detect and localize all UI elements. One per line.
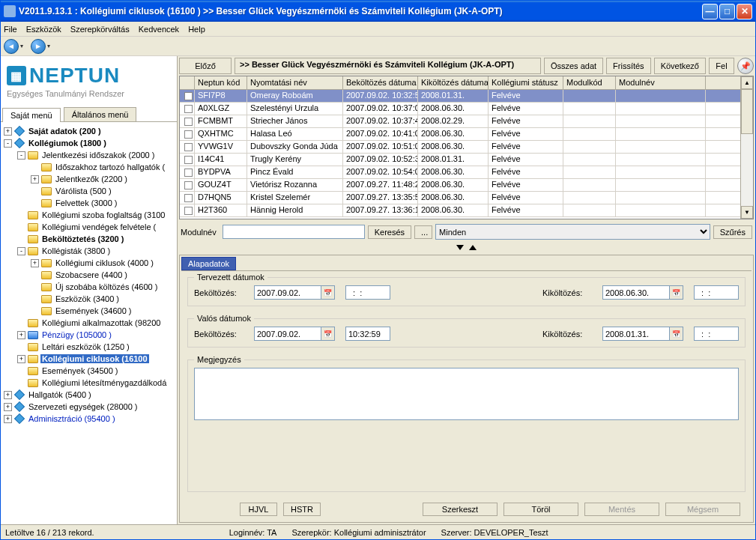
- col-movein[interactable]: Beköltözés dátuma: [343, 76, 418, 89]
- next-button[interactable]: Következő: [654, 58, 706, 74]
- tree-item-letesit[interactable]: Kollégiumi létesítménygazdálkodá: [1, 377, 177, 389]
- table-row[interactable]: FCMBMTStriecher János2007.09.02. 10:37:4…: [180, 115, 740, 128]
- row-checkbox[interactable]: [184, 143, 193, 151]
- calendar-icon[interactable]: 📅: [670, 327, 683, 341]
- row-checkbox[interactable]: [184, 156, 193, 164]
- table-row[interactable]: A0XLGZSzelestényi Urzula2007.09.02. 10:3…: [180, 103, 740, 115]
- hstr-button[interactable]: HSTR: [283, 503, 321, 516]
- tree-toggle-icon[interactable]: -: [4, 139, 12, 148]
- planned-out-time[interactable]: [694, 285, 739, 300]
- menu-favorites[interactable]: Kedvencek: [139, 25, 179, 34]
- maximize-button[interactable]: □: [719, 4, 735, 19]
- row-checkbox[interactable]: [184, 105, 193, 113]
- tree-item-hallgatok[interactable]: +Hallgatók (5400 ): [1, 389, 177, 401]
- tree-item-penzugy[interactable]: +Pénzügy (105000 ): [1, 329, 177, 341]
- planned-out-date[interactable]: [602, 285, 670, 300]
- tree-item-alkalm[interactable]: Kollégiumi alkalmazottak (98200: [1, 317, 177, 329]
- scroll-thumb[interactable]: [741, 89, 753, 134]
- tab-own-menu[interactable]: Saját menü: [2, 108, 61, 122]
- real-out-date[interactable]: [602, 327, 670, 341]
- col-modname[interactable]: Modulnév: [616, 76, 706, 89]
- row-checkbox[interactable]: [184, 207, 193, 215]
- search-input[interactable]: [223, 225, 365, 239]
- tree-item-eszk[interactable]: Eszközök (3400 ): [1, 293, 177, 305]
- tree-item-esem34500[interactable]: Események (34500 ): [1, 365, 177, 377]
- prev-button[interactable]: Előző: [179, 58, 232, 74]
- col-status[interactable]: Kollégiumi státusz: [489, 76, 563, 89]
- calendar-icon[interactable]: 📅: [321, 327, 335, 341]
- tree-item-jelentk[interactable]: +Jelentkezők (2200 ): [1, 173, 177, 185]
- tree-item-bekolt[interactable]: Beköltöztetés (3200 ): [1, 233, 177, 245]
- up-button[interactable]: Fel: [709, 58, 734, 74]
- menu-tools[interactable]: Eszközök: [26, 25, 61, 34]
- tree-item-idoszak[interactable]: Időszakhoz tartozó hallgatók (: [1, 161, 177, 173]
- browse-button[interactable]: ...: [414, 225, 432, 239]
- planned-in-time[interactable]: [345, 285, 390, 300]
- cancel-button[interactable]: Mégsem: [665, 503, 740, 516]
- tree-toggle-icon[interactable]: +: [4, 391, 12, 399]
- calendar-icon[interactable]: 📅: [670, 285, 683, 300]
- nav-back-dropdown[interactable]: ▾: [20, 43, 23, 49]
- nav-forward-dropdown[interactable]: ▾: [47, 43, 50, 49]
- tree-item-kollegistak[interactable]: -Kollégisták (3800 ): [1, 245, 177, 257]
- menu-help[interactable]: Help: [188, 25, 205, 34]
- search-button[interactable]: Keresés: [368, 225, 411, 239]
- all-data-button[interactable]: Összes adat: [544, 58, 603, 74]
- filter-select[interactable]: Minden: [435, 224, 710, 240]
- scroll-up-icon[interactable]: ▲: [741, 76, 753, 89]
- minimize-button[interactable]: —: [702, 4, 718, 19]
- table-row[interactable]: H2T360Hännig Herold2007.09.27. 13:36:182…: [180, 204, 740, 217]
- tree-item-vendeg[interactable]: Kollégiumi vendégek felvétele (: [1, 221, 177, 233]
- nav-tree[interactable]: +Saját adatok (200 )-Kollégiumok (1800 )…: [1, 122, 177, 524]
- menu-role[interactable]: Szerepkörváltás: [70, 25, 130, 34]
- tree-toggle-icon[interactable]: +: [31, 259, 39, 267]
- splitter[interactable]: [179, 241, 754, 253]
- tab-general-menu[interactable]: Általános menü: [64, 107, 137, 121]
- tree-toggle-icon[interactable]: -: [17, 151, 25, 160]
- row-checkbox[interactable]: [184, 181, 193, 189]
- hjvl-button[interactable]: HJVL: [240, 503, 277, 516]
- table-row[interactable]: I14C41Trugly Kerény2007.09.02. 10:52:392…: [180, 154, 740, 166]
- menu-file[interactable]: File: [4, 25, 17, 34]
- col-neptun[interactable]: Neptun kód: [195, 76, 247, 89]
- tree-item-leltari[interactable]: Leltári eszközök (1250 ): [1, 341, 177, 353]
- row-checkbox[interactable]: [184, 194, 193, 202]
- delete-button[interactable]: Töröl: [504, 503, 578, 516]
- filter-button[interactable]: Szűrés: [713, 225, 752, 239]
- planned-in-date[interactable]: [254, 285, 321, 300]
- tree-item-szoba[interactable]: Kollégiumi szoba foglaltság (3100: [1, 209, 177, 221]
- tree-item-szerv[interactable]: +Szervezeti egységek (28000 ): [1, 401, 177, 413]
- refresh-button[interactable]: Frissítés: [606, 58, 651, 74]
- col-checkbox[interactable]: [180, 76, 195, 89]
- col-name[interactable]: Nyomtatási név: [247, 76, 343, 89]
- tree-item-admin[interactable]: +Adminisztráció (95400 ): [1, 413, 177, 425]
- table-row[interactable]: YVWG1VDubovszky Gonda Júda2007.09.02. 10…: [180, 141, 740, 154]
- col-moveout[interactable]: Kiköltözés dátuma: [418, 76, 489, 89]
- table-row[interactable]: D7HQN5Kristel Szelemér2007.09.27. 13:35:…: [180, 192, 740, 204]
- real-in-time[interactable]: [345, 327, 390, 341]
- row-checkbox[interactable]: [184, 118, 193, 126]
- tree-item-koll[interactable]: -Kollégiumok (1800 ): [1, 137, 177, 149]
- detail-tab-basic[interactable]: Alapadatok: [181, 257, 236, 270]
- row-checkbox[interactable]: [184, 92, 193, 100]
- tree-item-ujszoba[interactable]: Új szobába költözés (4600 ): [1, 281, 177, 293]
- row-checkbox[interactable]: [184, 130, 193, 139]
- pin-button[interactable]: 📌: [737, 58, 754, 74]
- tree-item-ciklusok4000[interactable]: +Kollégiumi ciklusok (4000 ): [1, 257, 177, 269]
- tree-toggle-icon[interactable]: +: [4, 403, 12, 411]
- tree-toggle-icon[interactable]: +: [31, 175, 39, 183]
- tree-item-szobacsere[interactable]: Szobacsere (4400 ): [1, 269, 177, 281]
- close-button[interactable]: ✕: [737, 4, 752, 19]
- tree-item-ciklusok16100[interactable]: +Kollégiumi ciklusok (16100: [1, 353, 177, 365]
- tree-toggle-icon[interactable]: +: [17, 355, 25, 363]
- tree-item-felvettek[interactable]: Felvettek (3000 ): [1, 197, 177, 209]
- scroll-down-icon[interactable]: ▼: [741, 206, 753, 219]
- real-in-date[interactable]: [254, 327, 321, 341]
- table-row[interactable]: BYDPVAPincz Évald2007.09.02. 10:54:08200…: [180, 166, 740, 179]
- tree-item-jelent[interactable]: -Jelentkezési időszakok (2000 ): [1, 149, 177, 161]
- tree-item-sajat[interactable]: +Saját adatok (200 ): [1, 125, 177, 137]
- tree-toggle-icon[interactable]: +: [4, 415, 12, 423]
- nav-forward-button[interactable]: ►: [31, 39, 46, 54]
- tree-toggle-icon[interactable]: +: [17, 331, 25, 339]
- tree-item-varolista[interactable]: Várólista (500 ): [1, 185, 177, 197]
